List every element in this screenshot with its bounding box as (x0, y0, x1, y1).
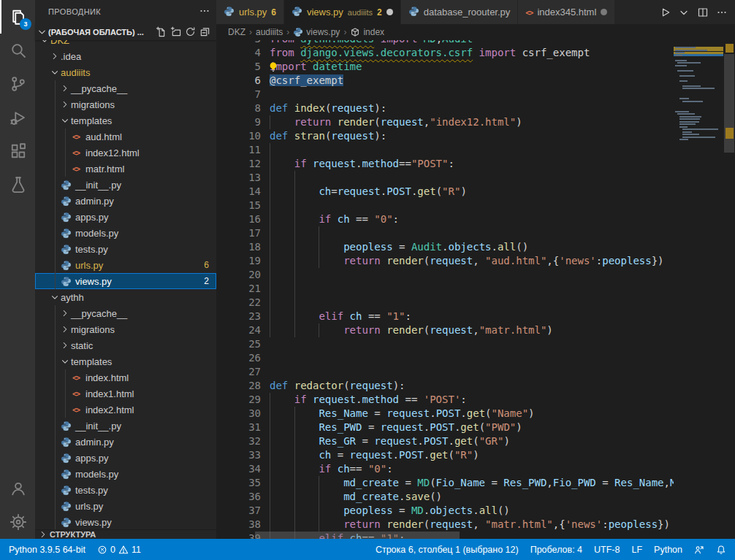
testing-icon[interactable] (0, 168, 35, 202)
chevron-down-icon (50, 67, 61, 78)
status-python-version[interactable]: Python 3.9.5 64-bit (3, 539, 91, 560)
workspace-actions (153, 25, 212, 39)
tree-item-tests.py[interactable]: tests.py (35, 482, 216, 498)
tab-urls.py[interactable]: urls.py6 (216, 0, 284, 24)
status-eol[interactable]: LF (625, 539, 648, 560)
tree-item-admin.py[interactable]: admin.py (35, 193, 216, 209)
status-feedback[interactable] (688, 539, 710, 560)
tree-item-admin.py[interactable]: admin.py (35, 434, 216, 450)
tab-index345.html[interactable]: <>index345.html (518, 0, 615, 24)
tree-item-aud.html[interactable]: <>aud.html (35, 129, 216, 145)
python-file-icon (60, 259, 72, 271)
chevron-right-icon (60, 83, 71, 94)
indent-guide (294, 310, 295, 323)
tab-problems-badge: 6 (271, 7, 276, 18)
minimap-line (677, 113, 695, 115)
tree-item-static[interactable]: static (35, 337, 216, 353)
status-indentation[interactable]: Пробелов: 4 (525, 539, 588, 560)
breadcrumb-item-views.py[interactable]: views.py (293, 27, 340, 37)
minimap[interactable] (674, 40, 723, 539)
tree-item-index2.html[interactable]: <>index2.html (35, 402, 216, 418)
run-icon[interactable] (656, 4, 674, 21)
code-line-12: 12 if request.method=="POST": (216, 157, 454, 171)
indent-guide (294, 518, 295, 532)
tree-item-DKZ[interactable]: DKZ (35, 40, 216, 48)
tree-item-audiiits[interactable]: audiiits (35, 64, 216, 80)
tree-item-models.py[interactable]: models.py (35, 225, 216, 241)
tree-item-matr.html[interactable]: <>matr.html (35, 161, 216, 177)
tree-item-urls.py[interactable]: urls.py (35, 498, 216, 514)
status-problems[interactable]: 0 11 (91, 539, 147, 560)
code-line-8: 8def index(request): (216, 101, 386, 115)
tree-item-index.html[interactable]: <>index.html (35, 369, 216, 386)
tree-item-__pycache__[interactable]: __pycache__ (35, 80, 216, 96)
horizontal-scrollbar[interactable] (255, 532, 460, 539)
indent-guide (294, 185, 295, 199)
status-encoding[interactable]: UTF-8 (588, 539, 625, 560)
indent-guide (294, 434, 295, 448)
tree-item-views.py[interactable]: views.py2 (35, 273, 216, 289)
split-icon[interactable] (694, 4, 712, 21)
files-icon[interactable]: 3 (0, 0, 35, 34)
python-file-icon (408, 6, 419, 19)
breadcrumb-item-DKZ[interactable]: DKZ (228, 27, 245, 37)
tree-indent-guide (55, 305, 56, 529)
minimap-line (675, 60, 687, 61)
tree-item-index1.html[interactable]: <>index1.html (35, 386, 216, 402)
html-file-icon: <> (525, 7, 533, 18)
tree-item-views.py[interactable]: views.py (35, 514, 216, 529)
line-number: 28 (216, 379, 261, 393)
debug-icon[interactable] (0, 101, 35, 134)
new-file-icon[interactable] (153, 25, 168, 39)
tree-item-templates[interactable]: templates (35, 353, 216, 369)
source-control-icon[interactable] (0, 67, 35, 101)
code-editor[interactable]: 3from aythh.models import MD,Audit4from … (216, 40, 735, 539)
chevron-down-icon[interactable] (675, 4, 693, 21)
gear-icon[interactable] (0, 505, 35, 539)
tree-item-.idea[interactable]: .idea (35, 48, 216, 64)
tree-item-label: templates (71, 115, 112, 126)
tree-item-__init__.py[interactable]: __init__.py (35, 177, 216, 193)
tree-item-label: urls.py (75, 260, 103, 271)
lightbulb-icon[interactable] (267, 61, 279, 73)
line-number: 34 (216, 462, 261, 476)
status-notifications[interactable] (710, 539, 732, 560)
new-folder-icon[interactable] (168, 25, 183, 39)
status-cursor-position[interactable]: Строка 6, столбец 1 (выбрано 12) (370, 539, 525, 560)
line-number: 7 (216, 88, 261, 101)
tree-item-aythh[interactable]: aythh (35, 289, 216, 305)
tree-item-templates[interactable]: templates (35, 112, 216, 129)
breadcrumb-item-audiiits[interactable]: audiiits (256, 27, 283, 37)
tab-views.py[interactable]: views.pyaudiiits2 (284, 0, 401, 24)
breadcrumb-item-index[interactable]: index (350, 27, 384, 37)
workspace-section-header[interactable]: (РАБОЧАЯ ОБЛАСТЬ) ... (35, 23, 216, 40)
outline-section-header[interactable]: СТРУКТУРА (35, 529, 216, 539)
extensions-icon[interactable] (0, 134, 35, 168)
code-line-6: 6@csrf_exempt (216, 74, 343, 88)
more-actions-icon[interactable] (199, 5, 210, 18)
tab-database_roouter.py[interactable]: database_roouter.py (401, 0, 519, 24)
minimap-line (675, 52, 685, 53)
account-icon[interactable] (0, 472, 35, 505)
tree-item-label: apps.py (75, 453, 109, 464)
collapse-icon[interactable] (197, 25, 212, 39)
modified-dot-icon[interactable] (386, 9, 393, 15)
indent-guide (294, 282, 295, 296)
more-icon[interactable] (713, 4, 731, 21)
refresh-icon[interactable] (183, 25, 197, 39)
status-language-mode[interactable]: Python (648, 539, 688, 560)
tree-item-urls.py[interactable]: urls.py6 (35, 257, 216, 273)
tree-item-models.py[interactable]: models.py (35, 466, 216, 482)
search-icon[interactable] (0, 34, 35, 67)
tree-item-migrations[interactable]: migrations (35, 96, 216, 112)
tree-item-tests.py[interactable]: tests.py (35, 241, 216, 257)
tree-item-apps.py[interactable]: apps.py (35, 209, 216, 225)
tree-item-migrations[interactable]: migrations (35, 321, 216, 337)
tree-item-index12.html[interactable]: <>index12.html (35, 145, 216, 161)
tree-item-__pycache__[interactable]: __pycache__ (35, 305, 216, 321)
tree-item-__init__.py[interactable]: __init__.py (35, 418, 216, 434)
modified-dot-icon[interactable] (601, 9, 607, 15)
tree-item-apps.py[interactable]: apps.py (35, 450, 216, 466)
vertical-scrollbar[interactable] (723, 40, 735, 539)
problems-badge: 2 (204, 276, 209, 286)
